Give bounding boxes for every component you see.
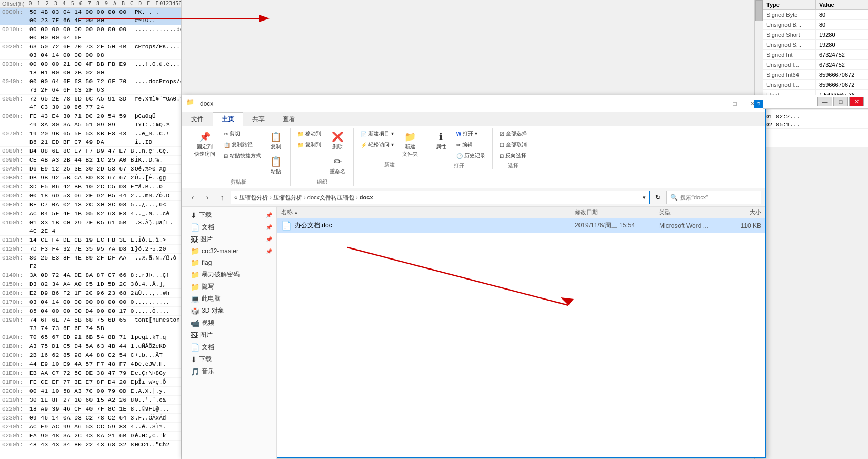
edit-button[interactable]: ✏ 编辑 <box>454 139 488 150</box>
sidebar-item-label: 隐写 <box>202 282 214 291</box>
hex-row[interactable]: 0020h: 63 50 72 6F 70 73 2F 50 4B 03 04 … <box>0 43 181 60</box>
hex-row[interactable]: 0240h: AC E9 AC 99 A6 53 CC 59 83 4 ..é.… <box>0 423 181 432</box>
sidebar-item[interactable]: 📁 crc32-master <box>182 245 276 257</box>
hex-row[interactable]: 0220h: 18 A9 39 46 CF 40 7F 8C 1E 8 ..©9… <box>0 405 181 414</box>
history-button[interactable]: 🕐 历史记录 <box>454 151 488 161</box>
invert-select-button[interactable]: ⊡ 反向选择 <box>497 151 530 161</box>
sidebar-item[interactable]: 💻 此电脑 <box>182 293 276 305</box>
address-bar[interactable]: « 压缩包分析 › 压缩包分析 › docx文件转压缩包 › docx ▾ <box>231 191 650 204</box>
search-input[interactable] <box>680 194 757 201</box>
col-date[interactable]: 修改日期 <box>571 208 655 216</box>
hex-row[interactable]: 0090h: CE 4B A3 2B 44 B2 1C 25 A0 B ÎK..… <box>0 156 181 165</box>
ribbon-tab[interactable]: 共享 <box>243 112 274 126</box>
paste-button[interactable]: 📋 粘贴 <box>266 153 286 177</box>
rename-button[interactable]: ✏ 重命名 <box>326 153 349 177</box>
hex-row[interactable]: 01C0h: 2B 16 62 85 98 A4 88 C2 54 C +.b.… <box>0 351 181 360</box>
hex-row[interactable]: 0180h: 85 04 00 00 00 D4 00 00 17 0 ....… <box>0 307 181 316</box>
hex-row[interactable]: 00A0h: D6 E9 12 25 3E 30 2D 58 67 3 Öé.%… <box>0 165 181 174</box>
sidebar-item[interactable]: 🖼 图片 <box>182 233 276 245</box>
new-folder-button[interactable]: 📁 新建文件夹 <box>398 128 422 160</box>
back-button[interactable]: ‹ <box>186 191 199 204</box>
select-all-button[interactable]: ☑ 全部选择 <box>497 128 530 139</box>
ribbon-tab[interactable]: 主页 <box>213 112 243 126</box>
sidebar-item[interactable]: 📹 视频 <box>182 317 276 329</box>
hex-row[interactable]: 0110h: 14 CE F4 DE CB 19 EC FB 3E E .Îô.… <box>0 236 181 245</box>
up-button[interactable]: ↑ <box>216 191 228 204</box>
hex-row[interactable]: 0200h: 00 41 10 58 A3 7C 00 79 0D E .A.X… <box>0 387 181 396</box>
hex-row[interactable]: 0060h: FE 43 E4 30 71 DC 20 54 59 49 3A … <box>0 112 181 129</box>
copy-path-button[interactable]: 📋 复制路径 <box>221 139 264 150</box>
hex-bytes: 3D E5 B6 42 BB 10 2C C5 D8 F <box>29 183 135 191</box>
col-type[interactable]: 类型 <box>655 208 723 216</box>
move-to-button[interactable]: 📁 移动到 <box>295 128 324 139</box>
window-minimize-btn[interactable]: — <box>709 98 725 109</box>
sidebar-item[interactable]: 🎵 音乐 <box>182 365 276 377</box>
minimize-button[interactable]: — <box>817 97 832 106</box>
invert-label: 反向选择 <box>505 152 526 159</box>
file-item[interactable]: 📄 办公文档.doc 2019/11/6/周三 15:54 Microsoft … <box>277 218 765 233</box>
select-none-button[interactable]: ☐ 全部取消 <box>497 139 530 150</box>
hex-row[interactable]: 01D0h: 44 E9 10 E9 4A 57 F7 48 F7 4 Dé.é… <box>0 360 181 369</box>
hex-row[interactable]: 0000h: 50 4B 03 04 14 00 00 00 00 00 23 … <box>0 8 181 25</box>
cut-button[interactable]: ✂ 剪切 <box>221 128 264 139</box>
hex-row[interactable]: 0010h: 00 00 00 00 00 00 00 00 00 00 00 … <box>0 25 181 43</box>
hex-row[interactable]: 0040h: 00 00 64 6F 63 50 72 6F 70 73 2F … <box>0 77 181 95</box>
paste-shortcut-button[interactable]: ⊟ 粘贴快捷方式 <box>221 151 264 161</box>
hex-ascii: }ó.2~5.zØ <box>135 245 179 253</box>
sidebar-item[interactable]: 📄 文档 <box>182 341 276 353</box>
hex-row[interactable]: 01A0h: 70 65 67 ED 91 6B 54 8B 71 1 pegí… <box>0 333 181 342</box>
hex-row[interactable]: 0100h: 01 33 1B C0 29 7F B5 61 5B 4C 2E … <box>0 218 181 236</box>
sidebar-item[interactable]: ⬇ 下载 <box>182 353 276 365</box>
ribbon-tab[interactable]: 查看 <box>274 112 304 126</box>
hex-scroll-thumb[interactable] <box>755 0 763 21</box>
hex-row[interactable]: 0170h: 03 04 14 00 00 00 08 00 00 0 ....… <box>0 298 181 307</box>
hex-row[interactable]: 0190h: 74 6F 6E 74 5B 68 75 6D 65 73 74 … <box>0 316 181 333</box>
hex-row[interactable]: 00F0h: AC B4 5F 4E 1B 05 82 63 E8 4 .._.… <box>0 209 181 218</box>
sidebar-item[interactable]: 📁 暴力破解密码 <box>182 268 276 281</box>
sidebar-item[interactable]: 📄 文档 <box>182 221 276 233</box>
hex-row[interactable]: 0260h: 48 43 43 34 80 22 43 68 32 8 HCC4… <box>0 441 181 446</box>
search-box[interactable]: 🔍 <box>666 191 761 204</box>
properties-button[interactable]: ℹ 属性 <box>431 128 452 153</box>
window-maximize-btn[interactable]: □ <box>726 98 743 109</box>
hex-row[interactable]: 0230h: 09 46 14 0A D3 C2 78 C2 64 3 .F..… <box>0 414 181 423</box>
hex-row[interactable]: 0080h: B4 88 6E 8C E7 F7 B9 47 E7 B ..n.… <box>0 147 181 156</box>
hex-row[interactable]: 0150h: D3 82 34 A4 A0 C5 1D 5D 2C 3 Ó.4.… <box>0 280 181 289</box>
maximize-button[interactable]: □ <box>833 97 848 106</box>
delete-button[interactable]: ❌ 删除 <box>326 128 349 153</box>
open-button[interactable]: W 打开 ▾ <box>454 128 488 139</box>
sidebar-item[interactable]: 🎲 3D 对象 <box>182 305 276 317</box>
hex-row[interactable]: 00C0h: 3D E5 B6 42 BB 10 2C C5 D8 F =å.B… <box>0 183 181 192</box>
close-button[interactable]: ✕ <box>849 97 864 106</box>
new-item-button[interactable]: 📄 新建项目 ▾ <box>358 128 396 139</box>
sidebar-item[interactable]: ⬇ 下载 <box>182 209 276 221</box>
hex-row[interactable]: 01B0h: A3 75 D1 C5 D4 5A 63 4B 44 1 .uÑÅ… <box>0 342 181 351</box>
pin-button[interactable]: 📌 固定到快速访问 <box>191 128 219 160</box>
hex-row[interactable]: 0030h: 00 00 00 21 00 4F BB FB E9 18 01 … <box>0 60 181 77</box>
col-size[interactable]: 大小 <box>723 208 765 216</box>
hex-row[interactable]: 0140h: 3A 0D 72 4A DE 8A 87 C7 66 8 :.rJ… <box>0 271 181 280</box>
refresh-button[interactable]: ↻ <box>652 191 664 204</box>
hex-row[interactable]: 01F0h: FE CE EF 77 3E E7 8F D4 20 E þÎï … <box>0 378 181 387</box>
sidebar-item[interactable]: 📁 flag <box>182 257 276 268</box>
copy-button[interactable]: 📋 复制 <box>266 128 286 153</box>
col-name[interactable]: 名称 ▲ <box>277 208 571 216</box>
hex-row[interactable]: 0210h: 30 1E 8F 27 10 60 15 A2 26 8 0..'… <box>0 396 181 405</box>
help-indicator[interactable]: ? <box>754 100 763 108</box>
easy-access-button[interactable]: ⚡ 轻松访问 ▾ <box>358 139 396 150</box>
ribbon-tab[interactable]: 文件 <box>182 112 213 126</box>
sidebar-item[interactable]: 📁 隐写 <box>182 281 276 293</box>
hex-row[interactable]: 00D0h: 00 18 6D 53 06 2F D2 B5 44 2 ...m… <box>0 192 181 201</box>
hex-row[interactable]: 01E0h: EB AA C7 72 5C DE 38 47 79 E ë.Çr… <box>0 369 181 378</box>
hex-row[interactable]: 0250h: EA 90 48 3A 2C 43 8A 21 6B D ê.H:… <box>0 432 181 441</box>
hex-row[interactable]: 0070h: 19 20 9B 65 5F 53 8B F8 43 B6 21 … <box>0 129 181 147</box>
hex-row[interactable]: 0050h: 72 65 2E 78 6D 6C A5 91 3D 4F C3 … <box>0 95 181 112</box>
hex-row[interactable]: 0160h: E2 D9 B6 F2 1F 2C 96 23 68 2 âÙ..… <box>0 289 181 298</box>
hex-row[interactable]: 0130h: 80 25 E3 8F 4E 89 2F DF AA F2 ..%… <box>0 254 181 271</box>
hex-row[interactable]: 0120h: 7D F3 F4 32 7E 35 95 7A D8 1 }ó.2… <box>0 245 181 254</box>
copy-to-button[interactable]: 📁 复制到 <box>295 139 324 150</box>
hex-row[interactable]: 00E0h: BF C7 0A 02 13 2C 30 3C 08 5 ..¿.… <box>0 201 181 209</box>
sidebar-item[interactable]: 🖼 图片 <box>182 329 276 341</box>
forward-button[interactable]: › <box>201 191 214 204</box>
hex-row[interactable]: 00B0h: DB 9B 92 5B CA 8D 83 67 67 2 Û..[… <box>0 174 181 183</box>
